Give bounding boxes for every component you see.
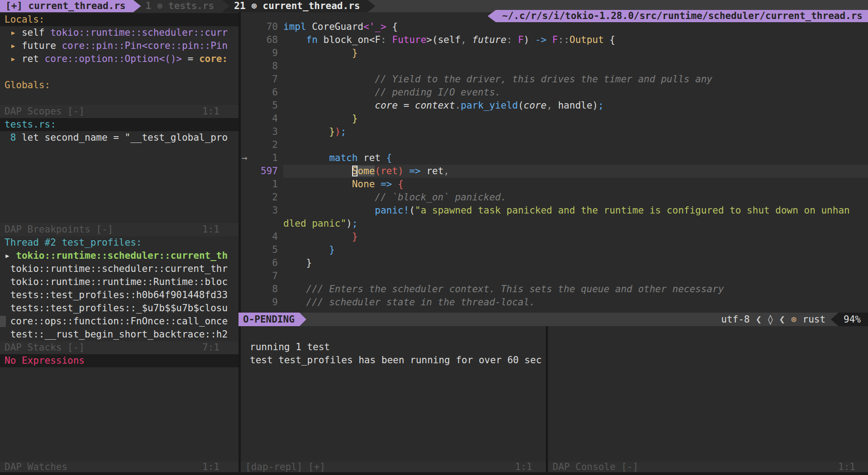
code-line[interactable]: 68 fn block_on<F: Future>(self, future: … bbox=[241, 33, 868, 47]
line-number: 70 bbox=[241, 20, 278, 33]
dap-console-panel[interactable] bbox=[548, 326, 868, 461]
code-line[interactable]: 5 } bbox=[241, 243, 868, 256]
var-future[interactable]: ▸ future core::pin::Pin<core::pin::Pin bbox=[0, 39, 238, 52]
var-self[interactable]: ▸ self tokio::runtime::scheduler::curr bbox=[0, 26, 238, 39]
watches-empty-message: No Expressions bbox=[0, 354, 238, 367]
gutter-gap bbox=[278, 152, 283, 165]
sidebar-blank-row bbox=[0, 210, 238, 223]
code-line[interactable]: 3 panic!("a spawned task panicked and th… bbox=[241, 204, 868, 217]
stack-frame[interactable]: test::__rust_begin_short_backtrace::h2 bbox=[0, 328, 238, 341]
gutter-gap bbox=[278, 256, 283, 270]
repl-output-line: test test_profiles has been running for … bbox=[250, 354, 546, 367]
line-number: 2 bbox=[241, 138, 278, 152]
code-text bbox=[283, 270, 868, 283]
code-line[interactable]: 6 } bbox=[241, 256, 868, 270]
gutter-gap bbox=[278, 60, 283, 73]
code-line[interactable]: dled panic"); bbox=[241, 217, 868, 230]
sidebar-blank-row bbox=[0, 66, 238, 79]
code-line[interactable]: 1 None => { bbox=[241, 178, 868, 191]
code-line[interactable]: 9 } bbox=[241, 47, 868, 60]
droplet-icon: ◊ bbox=[768, 313, 773, 326]
line-number: 4 bbox=[241, 230, 278, 243]
stack-frame[interactable]: tests::test_profiles::_$u7b$$u7b$closu bbox=[0, 302, 238, 315]
dap-breakpoints-statusline: DAP Breakpoints [-]1:1 bbox=[0, 223, 238, 236]
panel-title: DAP Stacks [-] bbox=[5, 342, 85, 353]
code-text: None => { bbox=[283, 178, 868, 191]
command-line[interactable] bbox=[0, 472, 868, 475]
dap-repl-statusline: [dap-repl] [+]1:1 bbox=[241, 461, 546, 472]
code-line[interactable]: 2 // `block_on` panicked. bbox=[241, 191, 868, 204]
cursor-position: 1:1 bbox=[202, 461, 219, 472]
rust-file-icon: ⊛ bbox=[251, 0, 262, 11]
line-number: 6 bbox=[241, 86, 278, 99]
dap-scopes-statusline: DAP Scopes [-]1:1 bbox=[0, 105, 238, 118]
code-line[interactable]: 70impl CoreGuard<'_> { bbox=[241, 20, 868, 33]
panel-title: DAP Watches bbox=[5, 461, 67, 472]
sidebar-blank-row bbox=[0, 92, 238, 105]
line-number: 4 bbox=[241, 112, 278, 125]
code-text: core = context.park_yield(core, handle); bbox=[283, 99, 868, 112]
gutter-gap bbox=[278, 270, 283, 283]
tab-current-thread[interactable]: 21 ⊛ current_thread.rs bbox=[222, 0, 375, 12]
code-line[interactable]: →1 match ret { bbox=[241, 152, 868, 165]
code-editor[interactable]: 70impl CoreGuard<'_> {68 fn block_on<F: … bbox=[241, 12, 868, 313]
line-number: 68 bbox=[241, 33, 278, 47]
code-text: // `block_on` panicked. bbox=[283, 191, 868, 204]
panel-title: [dap-repl] [+] bbox=[245, 461, 325, 472]
code-text: } bbox=[283, 47, 868, 60]
line-number: 597 bbox=[241, 165, 278, 178]
code-text bbox=[283, 138, 868, 152]
tab-tests[interactable]: 1 ⊛ tests.rs bbox=[134, 0, 230, 12]
stack-frame[interactable]: tokio::runtime::scheduler::current_thr bbox=[0, 262, 238, 276]
tab-modified-indicator: [+] bbox=[5, 0, 29, 11]
repl-output-line: running 1 test bbox=[250, 341, 546, 354]
code-text: } bbox=[283, 112, 868, 125]
code-line[interactable]: 597 Some(ret) => ret, bbox=[241, 165, 868, 178]
line-number: 3 bbox=[241, 204, 278, 217]
code-line[interactable]: 8 bbox=[241, 60, 868, 73]
code-text: match ret { bbox=[283, 152, 868, 165]
mode-badge: O-PENDING bbox=[238, 313, 306, 326]
line-number: 5 bbox=[241, 99, 278, 112]
line-number bbox=[241, 217, 278, 230]
line-number: 7 bbox=[241, 270, 278, 283]
code-text: }); bbox=[283, 125, 868, 138]
cursor-position: 1:1 bbox=[838, 461, 855, 472]
gutter-gap bbox=[278, 243, 283, 256]
var-ret[interactable]: ▸ ret core::option::Option<()> = core: bbox=[0, 52, 238, 66]
code-text bbox=[283, 60, 868, 73]
code-line[interactable]: 4 } bbox=[241, 230, 868, 243]
sidebar-blank-row bbox=[0, 184, 238, 197]
code-line[interactable]: 9 /// scheduler state in the thread-loca… bbox=[241, 296, 868, 309]
code-line[interactable]: 7 bbox=[241, 270, 868, 283]
stack-frame[interactable]: tokio::runtime::runtime::Runtime::bloc bbox=[0, 276, 238, 289]
locals-header: Locals: bbox=[0, 13, 238, 26]
code-line[interactable]: 4 } bbox=[241, 112, 868, 125]
sidebar-blank-row bbox=[0, 197, 238, 210]
gutter-gap bbox=[278, 296, 283, 309]
stack-frame[interactable]: tests::test_profiles::h0b64f901448fd33 bbox=[0, 289, 238, 302]
code-text: /// Enters the scheduler context. This s… bbox=[283, 283, 868, 296]
breakpoint-line[interactable]: 8 let second_name = "__test_global_pro bbox=[0, 131, 238, 144]
stack-frame[interactable]: core::ops::function::FnOnce::call_once bbox=[0, 315, 238, 328]
code-text: /// scheduler state in the thread-local. bbox=[283, 296, 868, 309]
code-line[interactable]: 2 bbox=[241, 138, 868, 152]
chevron-right-icon: ▸ bbox=[5, 53, 22, 64]
code-line[interactable]: 6 // pending I/O events. bbox=[241, 86, 868, 99]
dap-repl-panel[interactable]: running 1 test test test_profiles has be… bbox=[241, 326, 546, 461]
code-line[interactable]: 8 /// Enters the scheduler context. This… bbox=[241, 283, 868, 296]
stack-frame-current[interactable]: ▸ tokio::runtime::scheduler::current_th bbox=[0, 249, 238, 262]
code-text: Some(ret) => ret, bbox=[283, 165, 868, 178]
code-text: } bbox=[283, 256, 868, 270]
sidebar-blank-row bbox=[0, 171, 238, 184]
code-line[interactable]: 7 // Yield to the driver, this drives th… bbox=[241, 73, 868, 86]
line-number: 1 bbox=[241, 178, 278, 191]
code-line[interactable]: 3 }); bbox=[241, 125, 868, 138]
dap-sidebar[interactable]: Locals: ▸ self tokio::runtime::scheduler… bbox=[0, 12, 238, 461]
gutter-gap bbox=[278, 20, 283, 33]
line-number: 6 bbox=[241, 256, 278, 270]
tab-current-thread-active[interactable]: [+] current_thread.rs bbox=[0, 0, 141, 12]
code-line[interactable]: 5 core = context.park_yield(core, handle… bbox=[241, 99, 868, 112]
gutter-gap bbox=[278, 33, 283, 47]
gutter-gap bbox=[278, 230, 283, 243]
